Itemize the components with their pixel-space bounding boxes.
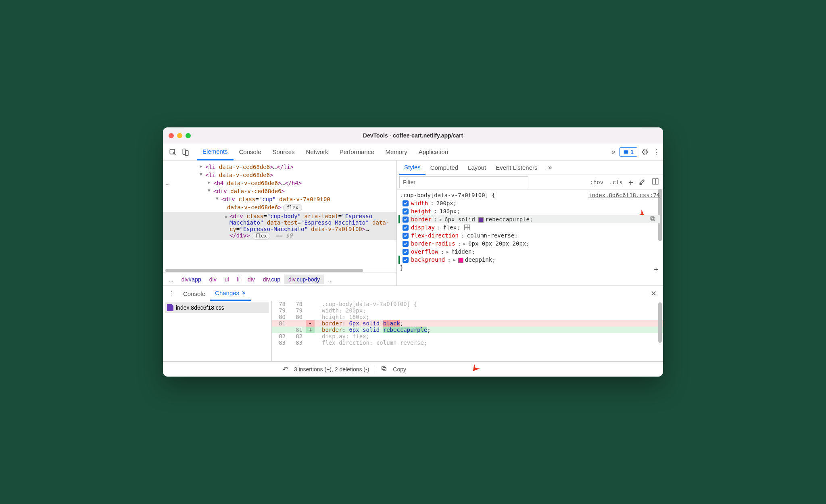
changes-panel: index.8d6c6f18.css 7878.cup-body[data-v-… — [163, 301, 663, 361]
breadcrumb-item[interactable]: ul — [221, 275, 233, 284]
property-checkbox[interactable] — [403, 225, 409, 231]
device-toggle-icon[interactable] — [179, 146, 192, 158]
subtab-computed[interactable]: Computed — [426, 160, 463, 175]
tab-console[interactable]: Console — [234, 144, 267, 160]
hov-toggle[interactable]: :hov — [590, 179, 604, 185]
filter-input[interactable] — [399, 176, 528, 188]
close-window[interactable] — [169, 133, 174, 138]
v-scrollbar[interactable] — [658, 302, 662, 343]
styles-panel: StylesComputedLayoutEvent Listeners :hov… — [397, 160, 663, 285]
expand-icon[interactable]: ▶ — [453, 258, 456, 262]
expand-icon[interactable]: ▶ — [446, 250, 449, 254]
styles-body[interactable]: .cup-body[data-v-7a0f9f00] {index.8d6c6f… — [397, 190, 663, 285]
changed-files-list: index.8d6c6f18.css — [163, 301, 272, 361]
copy-icon[interactable] — [650, 216, 656, 223]
close-drawer-icon[interactable]: ✕ — [647, 289, 661, 298]
filter-row: :hov .cls + — [397, 175, 663, 190]
property-checkbox[interactable] — [403, 257, 409, 263]
drawer-tab-console[interactable]: Console — [178, 286, 210, 301]
tab-application[interactable]: Application — [413, 144, 454, 160]
css-property[interactable]: overflow: ▶ hidden; — [400, 248, 660, 256]
subtab-event-listeners[interactable]: Event Listeners — [491, 160, 542, 175]
close-tab-icon[interactable]: ✕ — [242, 290, 246, 296]
diff-summary: 3 insertions (+), 2 deletions (-) — [294, 366, 369, 373]
property-checkbox[interactable] — [403, 217, 409, 223]
diff-line: 8080height: 180px; — [272, 314, 663, 320]
expand-icon[interactable]: ▶ — [463, 242, 466, 246]
brush-icon[interactable] — [639, 178, 646, 186]
svg-rect-7 — [651, 217, 654, 220]
breadcrumb-item[interactable]: div — [205, 275, 221, 284]
subtab-styles[interactable]: Styles — [399, 160, 426, 175]
selected-node[interactable]: ▶ <div class="cup-body" aria-label="Espr… — [163, 212, 396, 240]
property-checkbox[interactable] — [403, 233, 409, 239]
diff-line: 81-border: 6px solid black; — [272, 320, 663, 327]
issues-badge[interactable]: 1 — [620, 147, 637, 157]
collapse-icon[interactable]: ▶ — [200, 164, 202, 169]
svg-rect-6 — [652, 218, 655, 221]
breadcrumb-item[interactable]: div.cup — [259, 275, 284, 284]
breadcrumb-item[interactable]: div#app — [177, 275, 205, 284]
diff-line: 8282display: flex; — [272, 333, 663, 339]
source-link[interactable]: index.8d6c6f18.css:74 — [588, 192, 660, 198]
tab-elements[interactable]: Elements — [197, 144, 234, 160]
sidebar-tabs: StylesComputedLayoutEvent Listeners — [397, 160, 663, 175]
elements-panel: ⋯ ▶<li data-v-ced68de6>…</li> ▼<li data-… — [163, 160, 397, 285]
diff-line: 7878.cup-body[data-v-7a0f9f00] { — [272, 301, 663, 307]
kebab-menu-icon[interactable]: ⋮ — [653, 148, 660, 156]
css-property[interactable]: border: ▶ 6px solid rebeccapurple; — [400, 215, 660, 223]
css-property[interactable]: border-radius: ▶ 0px 0px 20px 20px; — [400, 240, 660, 248]
css-property[interactable]: display: flex; — [400, 223, 660, 231]
inspect-icon[interactable] — [166, 146, 179, 158]
property-checkbox[interactable] — [403, 249, 409, 255]
css-property[interactable]: width: 200px; — [400, 199, 660, 207]
drawer-tab-changes[interactable]: Changes✕ — [210, 286, 251, 301]
more-tabs-icon[interactable] — [611, 148, 615, 156]
cls-toggle[interactable]: .cls — [609, 179, 623, 185]
drawer-menu-icon[interactable]: ⋮ — [165, 290, 178, 298]
devtools-window: DevTools - coffee-cart.netlify.app/cart … — [163, 127, 663, 377]
flex-editor-icon[interactable] — [464, 225, 470, 230]
css-property[interactable]: background: ▶ deeppink; — [400, 256, 660, 264]
file-name: index.8d6c6f18.css — [176, 304, 224, 311]
h-scrollbar[interactable] — [163, 268, 396, 273]
diff-view[interactable]: 7878.cup-body[data-v-7a0f9f00] {7979widt… — [272, 301, 663, 361]
diff-line: 81+border: 6px solid rebeccapurple; — [272, 327, 663, 333]
computed-toggle-icon[interactable] — [652, 178, 659, 186]
expand-icon[interactable]: ▶ — [440, 217, 442, 222]
issues-count: 1 — [630, 149, 634, 155]
expand-icon[interactable]: ▼ — [200, 172, 202, 177]
breadcrumb-item[interactable]: div — [244, 275, 259, 284]
add-property-icon[interactable]: + — [654, 265, 658, 273]
dom-tree[interactable]: ⋯ ▶<li data-v-ced68de6>…</li> ▼<li data-… — [163, 160, 396, 268]
tab-network[interactable]: Network — [300, 144, 334, 160]
main-toolbar: ElementsConsoleSourcesNetworkPerformance… — [163, 144, 663, 160]
copy-button[interactable]: Copy — [393, 366, 406, 373]
copy-icon[interactable] — [381, 365, 387, 373]
tab-performance[interactable]: Performance — [334, 144, 380, 160]
breadcrumb-item[interactable]: li — [233, 275, 244, 284]
css-property[interactable]: flex-direction: column-reverse; — [400, 231, 660, 240]
file-item[interactable]: index.8d6c6f18.css — [165, 302, 269, 313]
more-subtabs-icon[interactable] — [548, 163, 552, 172]
new-rule-icon[interactable]: + — [628, 177, 633, 187]
tab-sources[interactable]: Sources — [267, 144, 300, 160]
property-checkbox[interactable] — [403, 208, 409, 215]
svg-rect-3 — [624, 150, 628, 153]
tab-memory[interactable]: Memory — [380, 144, 413, 160]
undo-icon[interactable]: ↶ — [282, 365, 288, 374]
zoom-window[interactable] — [186, 133, 191, 138]
minimize-window[interactable] — [177, 133, 182, 138]
property-checkbox[interactable] — [403, 241, 409, 247]
gutter-more-icon[interactable]: ⋯ — [166, 181, 169, 187]
flex-badge[interactable]: flex — [283, 204, 302, 211]
settings-icon[interactable]: ⚙ — [641, 147, 649, 157]
svg-rect-8 — [383, 367, 386, 371]
traffic-lights — [169, 133, 191, 138]
subtab-layout[interactable]: Layout — [463, 160, 491, 175]
breadcrumb-item: ... — [324, 275, 337, 284]
breadcrumb-item[interactable]: div.cup-body — [284, 275, 324, 284]
property-checkbox[interactable] — [403, 200, 409, 206]
window-title: DevTools - coffee-cart.netlify.app/cart — [363, 132, 463, 139]
css-property[interactable]: height: 180px; — [400, 207, 660, 215]
